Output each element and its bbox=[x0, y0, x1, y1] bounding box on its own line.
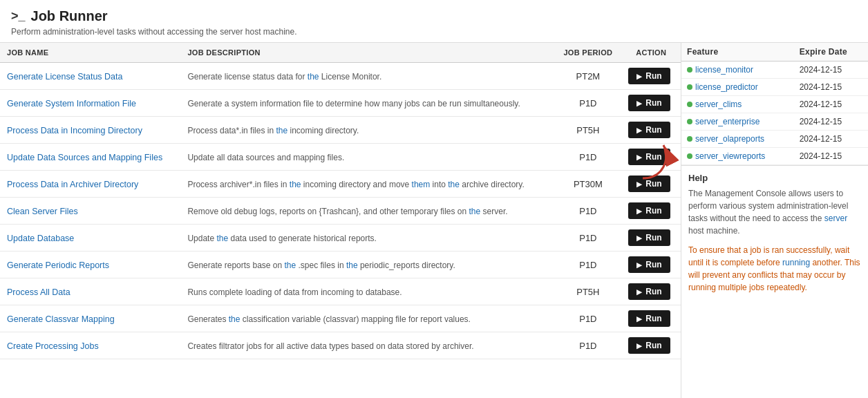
job-name[interactable]: Generate Periodic Reports bbox=[7, 260, 109, 270]
status-dot bbox=[687, 119, 692, 124]
job-period-cell: PT2M bbox=[554, 63, 621, 90]
job-name-cell: Generate Periodic Reports bbox=[0, 252, 180, 278]
job-period-cell: P1D bbox=[554, 90, 621, 117]
run-button[interactable]: ▶ Run bbox=[628, 122, 670, 138]
job-name[interactable]: Process Data in Archiver Directory bbox=[7, 180, 138, 189]
license-feature-cell: server_clims bbox=[681, 96, 794, 113]
feature-name[interactable]: server_enterprise bbox=[695, 117, 760, 126]
table-row: Generate Classvar MappingGenerates the c… bbox=[0, 305, 681, 332]
job-description: Remove old debug logs, reports on {Trash… bbox=[187, 207, 507, 216]
job-description: Runs complete loading of data from incom… bbox=[187, 287, 402, 297]
page-header: >_ Job Runner Perform administration-lev… bbox=[0, 0, 868, 43]
license-row: server_enterprise2024-12-15 bbox=[681, 113, 868, 131]
table-row: Update DatabaseUpdate the data used to g… bbox=[0, 225, 681, 252]
job-action-cell: ▶ Run bbox=[621, 252, 681, 278]
job-name[interactable]: Generate License Status Data bbox=[7, 72, 122, 82]
help-section: Help The Management Console allows users… bbox=[681, 166, 868, 398]
job-name[interactable]: Generate System Information File bbox=[7, 99, 136, 108]
run-button[interactable]: ▶ Run bbox=[628, 68, 670, 84]
feature-name[interactable]: license_predictor bbox=[695, 82, 758, 92]
play-icon: ▶ bbox=[636, 315, 642, 323]
license-expire-cell: 2024-12-15 bbox=[794, 148, 868, 165]
job-period-cell: P1D bbox=[554, 225, 621, 252]
jobs-table: JOB NAME JOB DESCRIPTION JOB PERIOD ACTI… bbox=[0, 43, 681, 359]
job-description: Generates the classification variable (c… bbox=[187, 314, 471, 324]
job-name[interactable]: Update Database bbox=[7, 234, 74, 243]
run-button[interactable]: ▶ Run bbox=[628, 256, 670, 273]
job-name-cell: Update Data Sources and Mapping Files bbox=[0, 144, 180, 171]
job-description: Process data*.in files in the incoming d… bbox=[187, 126, 359, 135]
table-row: Generate Periodic ReportsGenerate report… bbox=[0, 252, 681, 278]
job-description: Update all data sources and mapping file… bbox=[187, 153, 344, 162]
license-col-feature: Feature bbox=[681, 43, 794, 61]
run-button[interactable]: ▶ Run bbox=[628, 283, 670, 300]
status-dot bbox=[687, 67, 692, 73]
job-name-cell: Generate Classvar Mapping bbox=[0, 305, 180, 332]
license-row: server_viewreports2024-12-15 bbox=[681, 148, 868, 165]
license-table-section: Feature Expire Date license_monitor2024-… bbox=[681, 43, 868, 166]
job-action-cell: ▶ Run bbox=[621, 171, 681, 198]
job-period-cell: P1D bbox=[554, 252, 621, 278]
job-name-cell: Process All Data bbox=[0, 278, 180, 305]
job-action-cell: ▶ Run bbox=[621, 90, 681, 117]
license-expire-cell: 2024-12-15 bbox=[794, 113, 868, 131]
feature-name[interactable]: license_monitor bbox=[695, 65, 753, 75]
job-description: Generate a system information file to de… bbox=[187, 99, 520, 108]
run-button[interactable]: ▶ Run bbox=[628, 95, 670, 111]
job-name[interactable]: Process Data in Incoming Directory bbox=[7, 126, 142, 135]
play-icon: ▶ bbox=[636, 153, 642, 161]
license-feature-cell: server_olapreports bbox=[681, 131, 794, 148]
job-name[interactable]: Process All Data bbox=[7, 287, 70, 297]
help-paragraph2: To ensure that a job is ran successfully… bbox=[688, 244, 861, 294]
run-button[interactable]: ▶ Run bbox=[628, 202, 670, 219]
job-name-cell: Generate System Information File bbox=[0, 90, 180, 117]
col-job-name: JOB NAME bbox=[0, 43, 180, 63]
job-name[interactable]: Create Processing Jobs bbox=[7, 341, 99, 351]
license-feature-cell: license_monitor bbox=[681, 61, 794, 79]
play-icon: ▶ bbox=[636, 261, 642, 269]
job-description-cell: Generates the classification variable (c… bbox=[180, 305, 554, 332]
job-period-cell: PT5H bbox=[554, 278, 621, 305]
run-button[interactable]: ▶ Run bbox=[628, 229, 670, 246]
job-name[interactable]: Clean Server Files bbox=[7, 207, 78, 216]
job-action-cell: ▶ Run bbox=[621, 278, 681, 305]
feature-name[interactable]: server_clims bbox=[695, 100, 742, 109]
job-period-cell: PT30M bbox=[554, 171, 621, 198]
job-name[interactable]: Generate Classvar Mapping bbox=[7, 314, 115, 324]
status-dot bbox=[687, 102, 692, 107]
job-action-cell: ▶ Run bbox=[621, 144, 681, 171]
license-table: Feature Expire Date license_monitor2024-… bbox=[681, 43, 868, 165]
job-description-cell: Remove old debug logs, reports on {Trash… bbox=[180, 198, 554, 225]
license-expire-cell: 2024-12-15 bbox=[794, 96, 868, 113]
jobs-table-section: JOB NAME JOB DESCRIPTION JOB PERIOD ACTI… bbox=[0, 43, 681, 398]
job-action-cell: ▶ Run bbox=[621, 305, 681, 332]
job-period-cell: PT5H bbox=[554, 117, 621, 144]
run-button[interactable]: ▶ Run bbox=[628, 176, 670, 192]
license-expire-cell: 2024-12-15 bbox=[794, 79, 868, 96]
job-name[interactable]: Update Data Sources and Mapping Files bbox=[7, 153, 162, 162]
job-description: Creates filtrator jobs for all active da… bbox=[187, 341, 473, 351]
terminal-icon: >_ bbox=[11, 9, 26, 23]
license-expire-cell: 2024-12-15 bbox=[794, 131, 868, 148]
job-name-cell: Clean Server Files bbox=[0, 198, 180, 225]
job-action-cell: ▶ Run bbox=[621, 198, 681, 225]
feature-name[interactable]: server_viewreports bbox=[695, 151, 765, 161]
play-icon: ▶ bbox=[636, 100, 642, 107]
run-button[interactable]: ▶ Run bbox=[628, 310, 670, 327]
main-content: JOB NAME JOB DESCRIPTION JOB PERIOD ACTI… bbox=[0, 43, 868, 398]
job-name-cell: Create Processing Jobs bbox=[0, 332, 180, 359]
feature-name[interactable]: server_olapreports bbox=[695, 134, 764, 144]
job-description: Update the data used to generate histori… bbox=[187, 234, 377, 243]
job-period-cell: P1D bbox=[554, 144, 621, 171]
status-dot bbox=[687, 153, 692, 159]
run-button[interactable]: ▶ Run bbox=[628, 337, 670, 354]
table-row: Process All DataRuns complete loading of… bbox=[0, 278, 681, 305]
table-row: Generate System Information FileGenerate… bbox=[0, 90, 681, 117]
job-description-cell: Generate license status data for the Lic… bbox=[180, 63, 554, 90]
job-description-cell: Update the data used to generate histori… bbox=[180, 225, 554, 252]
job-period-cell: P1D bbox=[554, 305, 621, 332]
license-feature-cell: server_viewreports bbox=[681, 148, 794, 165]
run-button[interactable]: ▶ Run bbox=[628, 149, 670, 165]
table-row: Update Data Sources and Mapping FilesUpd… bbox=[0, 144, 681, 171]
play-icon: ▶ bbox=[636, 342, 642, 350]
